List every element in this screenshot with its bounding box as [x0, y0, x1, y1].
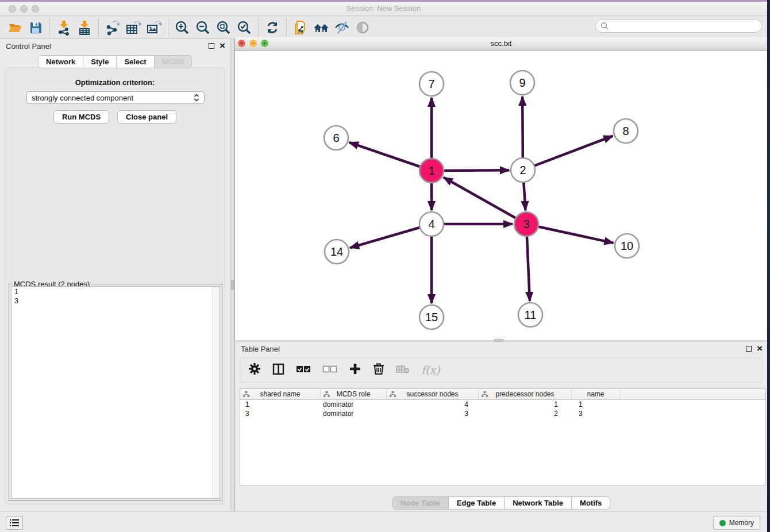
graph-node-6[interactable]: 6: [324, 126, 348, 150]
table-cell[interactable]: 3: [240, 409, 321, 418]
tab-edge-table[interactable]: Edge Table: [449, 496, 505, 510]
table-cell[interactable]: 1: [479, 400, 572, 409]
table-cell[interactable]: dominator: [321, 400, 387, 409]
float-panel-icon[interactable]: [209, 43, 214, 49]
inactive-eye-icon: [354, 19, 371, 36]
hide-graphics-icon[interactable]: [333, 19, 351, 36]
tab-node-table[interactable]: Node Table: [392, 496, 449, 510]
result-line: 1: [14, 287, 217, 296]
graph-edge-3-1[interactable]: [444, 178, 526, 224]
table-cell[interactable]: dominator: [321, 409, 387, 418]
graph-node-10[interactable]: 10: [615, 234, 639, 258]
tab-motifs[interactable]: Motifs: [572, 496, 610, 510]
close-window-button[interactable]: [9, 5, 16, 13]
delete-columns-icon[interactable]: [373, 363, 384, 377]
column-header-predecessor-nodes[interactable]: predecessor nodes: [479, 389, 572, 399]
table-row[interactable]: 1dominator411: [240, 400, 765, 409]
splitter-handle[interactable]: [231, 280, 234, 290]
table-cell[interactable]: 1: [240, 400, 321, 409]
titlebar[interactable]: Session: New Session: [0, 2, 767, 16]
tab-network-table[interactable]: Network Table: [505, 496, 572, 510]
column-label: name: [572, 389, 619, 399]
minimize-window-button[interactable]: [20, 5, 28, 13]
select-all-columns-icon[interactable]: [296, 365, 311, 375]
column-label: MCDS role: [321, 389, 386, 399]
node-label: 2: [519, 164, 526, 176]
homes-icon[interactable]: [313, 19, 330, 36]
column-header-name[interactable]: name: [572, 389, 620, 399]
network-minimize-button[interactable]: −: [249, 40, 257, 47]
graph-edge-3-10[interactable]: [526, 224, 614, 243]
graph-node-14[interactable]: 14: [325, 240, 349, 264]
close-panel-icon[interactable]: ×: [220, 42, 225, 50]
open-session-icon[interactable]: [6, 19, 24, 36]
save-session-icon[interactable]: [27, 19, 44, 36]
table-cell[interactable]: 3: [387, 409, 479, 418]
optimization-criterion-select[interactable]: strongly connected component: [26, 91, 205, 104]
import-table-icon[interactable]: [76, 19, 93, 36]
toolbar-separator: [286, 19, 287, 36]
zoom-in-icon[interactable]: [174, 19, 191, 36]
panel-splitter-vertical[interactable]: [230, 39, 234, 511]
table-header-row: shared nameMCDS rolesuccessor nodesprede…: [240, 389, 765, 400]
graph-node-15[interactable]: 15: [419, 305, 444, 329]
settings-gear-icon[interactable]: [248, 363, 261, 377]
mcds-result-textarea[interactable]: 13: [11, 286, 220, 499]
export-table-icon[interactable]: [125, 19, 142, 36]
close-panel-button[interactable]: Close panel: [117, 110, 176, 124]
result-scrollbar[interactable]: [212, 287, 220, 498]
table-cell[interactable]: 1: [572, 400, 620, 409]
network-close-button[interactable]: ×: [238, 40, 245, 47]
memory-label: Memory: [729, 519, 754, 527]
memory-button[interactable]: Memory: [713, 516, 760, 530]
tab-select[interactable]: Select: [117, 55, 154, 68]
toolbar-separator: [49, 19, 50, 36]
search-field[interactable]: [609, 22, 761, 30]
column-header-successor-nodes[interactable]: successor nodes: [387, 389, 479, 399]
graph-node-2[interactable]: 2: [511, 158, 535, 182]
add-column-icon[interactable]: [349, 363, 361, 377]
task-history-button[interactable]: [6, 516, 23, 530]
graph-node-7[interactable]: 7: [419, 72, 444, 96]
column-layout-icon[interactable]: [272, 363, 284, 377]
network-canvas[interactable]: 7968124314101511: [235, 51, 768, 340]
graph-node-9[interactable]: 9: [510, 71, 534, 95]
zoom-fit-icon[interactable]: [215, 19, 232, 36]
graph-edge-1-6[interactable]: [349, 142, 432, 171]
graph-edge-2-8[interactable]: [523, 136, 613, 170]
control-panel: Control Panel × NetworkStyleSelectMCDS O…: [0, 39, 230, 511]
run-mcds-button[interactable]: Run MCDS: [53, 110, 109, 124]
table-cell[interactable]: 3: [572, 409, 620, 418]
tab-mcds[interactable]: MCDS: [155, 55, 192, 68]
table-cell[interactable]: 4: [387, 400, 479, 409]
table-toolbar: f(x): [240, 357, 763, 383]
refresh-layout-icon[interactable]: [264, 19, 281, 36]
search-input[interactable]: [595, 19, 762, 33]
tab-style[interactable]: Style: [83, 55, 117, 68]
duplicate-network-icon[interactable]: [292, 19, 309, 36]
table-cell[interactable]: 2: [479, 409, 572, 418]
graph-node-8[interactable]: 8: [614, 119, 638, 143]
import-network-icon[interactable]: [55, 19, 72, 36]
column-header-MCDS-role[interactable]: MCDS role: [321, 389, 387, 399]
node-table[interactable]: shared nameMCDS rolesuccessor nodesprede…: [240, 388, 766, 485]
graph-node-11[interactable]: 11: [518, 303, 542, 327]
network-window: × − + scc.txt 7968124314101511: [234, 37, 767, 340]
close-panel-icon[interactable]: ×: [757, 345, 763, 353]
zoom-out-icon[interactable]: [194, 19, 211, 36]
node-label: 3: [523, 218, 529, 230]
graph-node-4[interactable]: 4: [419, 212, 444, 236]
zoom-window-button[interactable]: [32, 5, 39, 13]
float-panel-icon[interactable]: [746, 346, 752, 352]
table-row[interactable]: 3dominator323: [240, 409, 765, 418]
unselect-all-columns-icon[interactable]: [322, 365, 337, 375]
graph-node-1[interactable]: 1: [419, 159, 444, 183]
graph-node-3[interactable]: 3: [514, 212, 538, 236]
zoom-selected-icon[interactable]: [236, 19, 253, 36]
tab-network[interactable]: Network: [38, 55, 83, 68]
network-window-titlebar[interactable]: × − + scc.txt: [235, 37, 767, 51]
export-network-icon[interactable]: [104, 19, 121, 36]
export-image-icon[interactable]: [145, 19, 163, 36]
network-maximize-button[interactable]: +: [261, 40, 268, 47]
column-header-shared-name[interactable]: shared name: [240, 389, 321, 399]
